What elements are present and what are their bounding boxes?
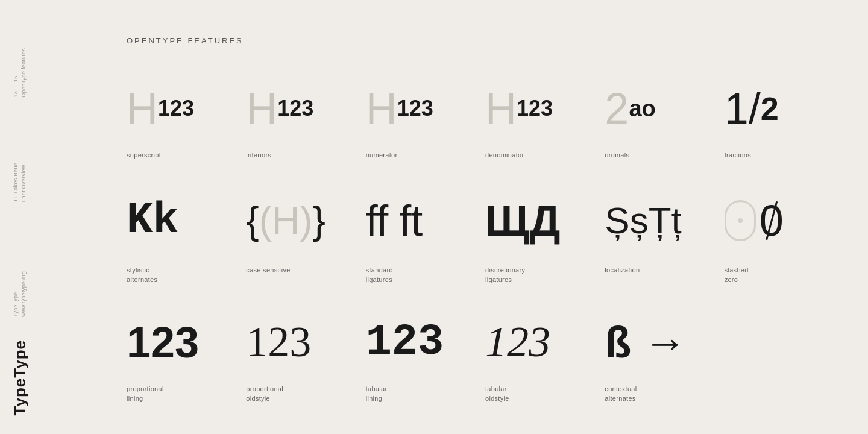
row3-grid: 123 proportional lining 123 proportional… bbox=[127, 309, 844, 428]
cell-superscript: H123 superscript bbox=[127, 75, 246, 184]
row1-grid: H123 superscript H123 inferiors H123 num… bbox=[127, 75, 844, 184]
label-denominator: denominator bbox=[485, 150, 524, 160]
sidebar-page-info: 13 — 15 OpenType features bbox=[12, 48, 27, 98]
glyph-numerator: H123 bbox=[366, 75, 473, 142]
glyph-ordinals: 2ao bbox=[605, 75, 712, 142]
cell-numerator: H123 numerator bbox=[366, 75, 485, 184]
sidebar: 13 — 15 OpenType features TT Lakes Neue … bbox=[0, 0, 54, 434]
cell-discretionary: ЩД discretionary ligatures bbox=[485, 184, 605, 309]
cell-denominator: H123 denominator bbox=[485, 75, 605, 184]
label-contextual: contextual alternates bbox=[605, 384, 637, 404]
zero-dot bbox=[738, 218, 743, 223]
sidebar-brand: TypeType bbox=[11, 340, 30, 416]
glyph-localization: ȘșȚț bbox=[605, 184, 712, 257]
label-proportionallining: proportional lining bbox=[127, 384, 164, 404]
label-tabularlining: tabular lining bbox=[366, 384, 388, 404]
cell-inferiors: H123 inferiors bbox=[246, 75, 365, 184]
cell-casesensitive: {(H)} case sensitive bbox=[246, 184, 365, 309]
label-inferiors: inferiors bbox=[246, 150, 271, 160]
cell-empty bbox=[725, 309, 844, 428]
label-superscript: superscript bbox=[127, 150, 161, 160]
glyph-proportionaloldstyle: 123 bbox=[246, 309, 353, 376]
cell-fractions: 1/2 fractions bbox=[725, 75, 844, 184]
row2-grid: Kk stylistic alternates {(H)} case sensi… bbox=[127, 184, 844, 309]
sidebar-meta-bot: TypeType www.typetype.org bbox=[12, 271, 27, 317]
cell-contextual: ß → contextual alternates bbox=[605, 309, 724, 428]
label-casesensitive: case sensitive bbox=[246, 265, 290, 275]
cell-stylistic: Kk stylistic alternates bbox=[127, 184, 246, 309]
label-standard: standard ligatures bbox=[366, 265, 393, 285]
cell-proportionallining: 123 proportional lining bbox=[127, 309, 246, 428]
cell-standard: ff ft standard ligatures bbox=[366, 184, 485, 309]
glyph-superscript: H123 bbox=[127, 75, 234, 142]
sidebar-meta-mid: TT Lakes Neue Font Overview bbox=[12, 163, 27, 202]
zero-light-shape bbox=[725, 200, 756, 241]
label-tabularoldstyle: tabular oldstyle bbox=[485, 384, 509, 404]
glyph-fractions: 1/2 bbox=[725, 75, 832, 142]
label-discretionary: discretionary ligatures bbox=[485, 265, 525, 285]
glyph-stylistic: Kk bbox=[127, 184, 234, 257]
glyph-proportionallining: 123 bbox=[127, 309, 234, 376]
glyph-standard: ff ft bbox=[366, 184, 473, 257]
slashed-zero-pair: 0 bbox=[725, 196, 784, 245]
label-localization: localization bbox=[605, 265, 640, 275]
cell-slashedzero: 0 slashed zero bbox=[725, 184, 844, 309]
glyph-denominator: H123 bbox=[485, 75, 593, 142]
sidebar-website: TypeType www.typetype.org bbox=[12, 271, 27, 317]
glyph-slashedzero: 0 bbox=[725, 184, 832, 257]
label-slashedzero: slashed zero bbox=[725, 265, 749, 285]
sidebar-meta-top: 13 — 15 OpenType features bbox=[12, 48, 27, 98]
sidebar-font-name: TT Lakes Neue Font Overview bbox=[12, 163, 27, 202]
cell-ordinals: 2ao ordinals bbox=[605, 75, 724, 184]
glyph-tabularlining: 123 bbox=[366, 309, 473, 376]
glyph-contextual: ß → bbox=[605, 309, 712, 376]
label-stylistic: stylistic alternates bbox=[127, 265, 157, 285]
cell-tabularoldstyle: 123 tabular oldstyle bbox=[485, 309, 605, 428]
glyph-casesensitive: {(H)} bbox=[246, 184, 353, 257]
cell-proportionaloldstyle: 123 proportional oldstyle bbox=[246, 309, 365, 428]
main-content: OPENTYPE FEATURES H123 superscript H123 … bbox=[96, 0, 868, 434]
label-proportionaloldstyle: proportional oldstyle bbox=[246, 384, 283, 404]
cell-localization: ȘșȚț localization bbox=[605, 184, 724, 309]
glyph-discretionary: ЩД bbox=[485, 184, 593, 257]
label-numerator: numerator bbox=[366, 150, 398, 160]
cell-tabularlining: 123 tabular lining bbox=[366, 309, 485, 428]
glyph-inferiors: H123 bbox=[246, 75, 353, 142]
glyph-tabularoldstyle: 123 bbox=[485, 309, 593, 376]
page-title: OPENTYPE FEATURES bbox=[127, 36, 844, 45]
label-ordinals: ordinals bbox=[605, 150, 629, 160]
label-fractions: fractions bbox=[725, 150, 751, 160]
